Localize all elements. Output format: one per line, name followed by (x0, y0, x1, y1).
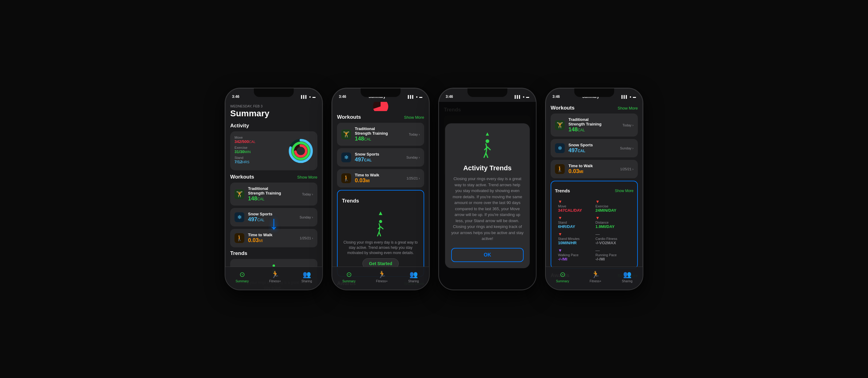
workout-item-strength-1[interactable]: 🏋 TraditionalStrength Training 148CAL To… (230, 183, 317, 206)
strength-cal: 148CAL (248, 195, 298, 202)
cardio-trend-val: -/-VO2MAX (595, 241, 630, 245)
workouts-header-4: Workouts Show More (551, 105, 638, 111)
workouts-header-2: Workouts Show More (337, 114, 424, 120)
status-icons-2: ▌▌▌ ● ▬ (408, 95, 422, 98)
nav-fitness-2[interactable]: 🏃 Fitness+ (376, 271, 388, 283)
walkpace-arrow: ▼ (558, 248, 562, 253)
show-more-workouts-4[interactable]: Show More (618, 106, 638, 111)
sharing-nav-icon-4: 👥 (623, 271, 631, 279)
workout-strength-4[interactable]: 🏋 TraditionalStrength Training 148CAL To… (551, 114, 638, 136)
show-more-trends-4[interactable]: Show More (615, 189, 633, 193)
snow-cal-4: 497CAL (568, 147, 616, 154)
strength-date-4: Today › (622, 123, 633, 127)
notch-1 (254, 88, 294, 97)
workouts-header-1: Workouts Show More (230, 174, 317, 180)
exercise-arrow: ▼ (595, 199, 600, 204)
show-more-workouts-1[interactable]: Show More (297, 175, 317, 180)
trends-header-4: Trends Show More (555, 188, 633, 193)
workout-strength-2[interactable]: 🏋 TraditionalStrength Training 148CAL To… (337, 123, 424, 146)
trends-title-2: Trends (342, 198, 419, 204)
nav-summary-1[interactable]: ⊙ Summary (236, 271, 249, 283)
status-time-2: 3:46 (339, 94, 346, 99)
standmin-arrow: ▼ (558, 232, 562, 237)
nav-summary-4[interactable]: ⊙ Summary (556, 271, 569, 283)
nav-sharing-4[interactable]: 👥 Sharing (622, 271, 632, 283)
trend-move: ▼ Move 347CAL/DAY (558, 199, 593, 213)
nav-fitness-1[interactable]: 🏃 Fitness+ (269, 271, 281, 283)
stand-label: Stand (235, 156, 284, 160)
fitness-label-4: Fitness+ (590, 280, 601, 283)
snow-info-4: Snow Sports 497CAL (568, 143, 616, 154)
summary-label-4: Summary (556, 280, 569, 283)
status-time-1: 3:46 (232, 94, 239, 99)
phone4-scroll[interactable]: Workouts Show More 🏋 TraditionalStrength… (546, 102, 643, 290)
snow-cal-2: 497CAL (355, 156, 403, 163)
move-arrow: ▼ (558, 199, 562, 204)
nav-summary-2[interactable]: ⊙ Summary (342, 271, 355, 283)
snow-date-2: Sunday › (406, 156, 420, 159)
summary-label-2: Summary (342, 280, 355, 283)
status-icons-1: ▌▌▌ ● ▬ (301, 95, 315, 98)
nav-fitness-4[interactable]: 🏃 Fitness+ (590, 271, 601, 283)
workout-walk-2[interactable]: 🚶 Time to Walk 0.03MI 1/25/21 › (337, 169, 424, 187)
sharing-label-2: Sharing (408, 280, 418, 283)
exercise-stat: Exercise 31/30MIN (235, 146, 284, 154)
svg-point-7 (379, 220, 382, 223)
workout-walk-4[interactable]: 🚶 Time to Walk 0.03MI 1/25/21 › (551, 160, 638, 178)
stand-trend-val: 6HR/DAY (558, 224, 593, 229)
move-trend-label: Move (558, 204, 593, 208)
trends-content-2: ▲ Closing your rings every day is a grea… (342, 207, 419, 272)
modal-card: ▲ Activity Trends Closing your rings eve… (445, 123, 530, 268)
runpace-trend-val: -/-/MI (595, 257, 630, 261)
rings-svg (288, 139, 313, 163)
phone1-scroll[interactable]: WEDNESDAY, FEB 3 Summary Activity Move 3… (225, 102, 322, 290)
stand-trend-label: Stand (558, 221, 593, 224)
strength-workout-icon: 🏋 (235, 189, 244, 199)
strength-cal-2: 148CAL (355, 136, 405, 142)
trend-stand: ▼ Stand 6HR/DAY (558, 215, 593, 229)
sharing-label-4: Sharing (622, 280, 632, 283)
standmin-trend-val: 10MIN/HR (558, 241, 593, 245)
strength-date: Today › (302, 192, 313, 196)
snow-workout-icon: ❄ (235, 212, 244, 222)
wifi-icon-3: ● (523, 95, 525, 98)
signal-icon-3: ▌▌▌ (515, 95, 521, 98)
snow-icon-2: ❄ (341, 153, 351, 162)
sharing-nav-icon: 👥 (303, 271, 311, 279)
strength-cal-4: 148CAL (568, 126, 619, 133)
show-more-workouts-2[interactable]: Show More (404, 115, 424, 120)
activity-card[interactable]: Move 342/500CAL Exercise 31/30MIN Stand … (230, 131, 317, 170)
snow-icon-4: ❄ (555, 143, 565, 153)
trend-runpace: — Running Pace -/-/MI (595, 248, 630, 261)
notch-4 (574, 88, 614, 97)
summary-nav-label: Summary (236, 280, 249, 283)
distance-arrow: ▼ (595, 215, 600, 220)
battery-icon-3: ▬ (526, 95, 529, 98)
nav-sharing-2[interactable]: 👥 Sharing (408, 271, 418, 283)
modal-walking-svg (479, 138, 496, 160)
status-time-3: 3:46 (446, 94, 453, 99)
exercise-value: 31/30MIN (235, 150, 284, 154)
phone-3: 3:46 ▌▌▌ ● ▬ Trends ▲ (438, 88, 536, 290)
modal-ok-button[interactable]: OK (451, 248, 524, 262)
workout-snow-2[interactable]: ❄ Snow Sports 497CAL Sunday › (337, 148, 424, 167)
workouts-title-2: Workouts (337, 114, 361, 120)
bottom-nav-2: ⊙ Summary 🏃 Fitness+ 👥 Sharing (332, 266, 429, 290)
strength-info-4: TraditionalStrength Training 148CAL (568, 117, 619, 133)
battery-icon-4: ▬ (633, 95, 636, 98)
workout-snow-4[interactable]: ❄ Snow Sports 497CAL Sunday › (551, 139, 638, 157)
runpace-trend-label: Running Pace (595, 253, 630, 257)
walk-date: 1/25/21 › (300, 236, 313, 240)
nav-sharing-1[interactable]: 👥 Sharing (301, 271, 312, 283)
trends-grid-4: ▼ Move 347CAL/DAY ▼ Exercise 24MIN/DAY ▼ (555, 196, 633, 264)
battery-icon-2: ▬ (419, 95, 422, 98)
walk-info-4: Time to Walk 0.03MI (568, 163, 617, 175)
strength-name-2: TraditionalStrength Training (355, 126, 405, 136)
walk-info-2: Time to Walk 0.03MI (355, 173, 403, 184)
trend-walkpace: ▼ Walking Pace -/-/MI (558, 248, 593, 261)
move-trend-val: 347CAL/DAY (558, 208, 593, 213)
fitness-nav-icon-2: 🏃 (378, 271, 386, 279)
phone2-scroll[interactable]: Workouts Show More 🏋 TraditionalStrength… (332, 102, 429, 290)
phone3-content: Trends ▲ Activity Trends Closing yo (439, 102, 536, 290)
phone-1: 3:46 ▌▌▌ ● ▬ WEDNESDAY, FEB 3 Summary Ac… (225, 88, 323, 290)
